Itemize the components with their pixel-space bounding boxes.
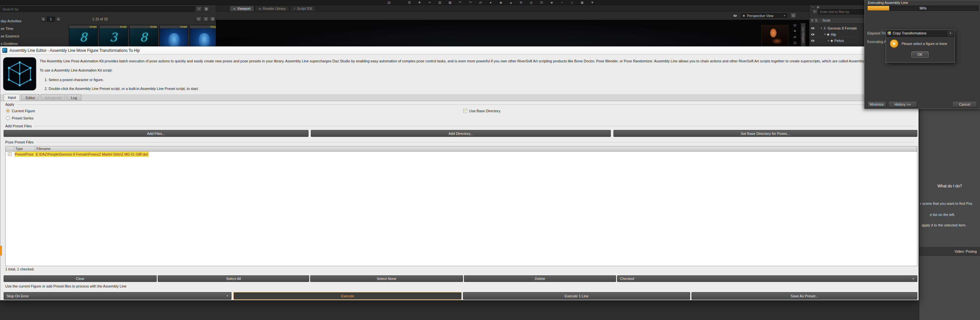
camera-selector-dropdown[interactable]: ▣ Perspective View ▼ bbox=[740, 13, 788, 19]
filter-funnel-icon[interactable]: ▼ bbox=[812, 9, 818, 14]
page-prev-button[interactable]: ◀ bbox=[41, 17, 46, 22]
toolbar-icon[interactable]: ▲ bbox=[509, 0, 513, 5]
save-as-preset-button[interactable]: Save As Preset... bbox=[692, 292, 917, 300]
toolbar-icon[interactable]: ↶ bbox=[458, 0, 462, 5]
use-base-directory-label[interactable]: Use Base Directory. bbox=[469, 109, 501, 113]
column-filename[interactable]: Filename bbox=[35, 146, 917, 151]
dialog-titlebar[interactable]: Copy Transformations × bbox=[886, 30, 955, 37]
toolbar-icon[interactable]: ↷ bbox=[468, 0, 473, 5]
scene-node-genesis-8-female[interactable]: ▾ ♙ Genesis 8 Female bbox=[810, 25, 869, 31]
scene-tree-header: V S Node bbox=[810, 18, 869, 24]
editor-titlebar[interactable]: Assembly Line Editor - Assembly Line Mov… bbox=[0, 46, 918, 54]
delete-button[interactable]: Delete bbox=[464, 275, 616, 282]
page-next-button[interactable]: ▶ bbox=[56, 17, 61, 22]
folder-item[interactable]: se Time bbox=[1, 25, 13, 32]
tab-render-library[interactable]: ▤ Render Library bbox=[255, 6, 289, 11]
node-label[interactable]: Pelvis bbox=[834, 39, 844, 43]
toolbar-icon[interactable]: ■ bbox=[549, 0, 554, 5]
add-files-button[interactable]: Add Files... bbox=[3, 130, 309, 137]
toolbar-icon[interactable]: ⊞ bbox=[407, 0, 412, 5]
add-directory-button[interactable]: Add Directory... bbox=[311, 130, 611, 137]
video-posing-link[interactable]: Video: Posing bbox=[920, 247, 980, 256]
radio-preset-series-label[interactable]: Preset Series bbox=[12, 116, 33, 120]
scene-view-icon[interactable]: ▦ bbox=[816, 5, 820, 9]
selected-row-highlight[interactable]: Preset/Pose E:\DAZ\People\Genesis 8 Fema… bbox=[15, 152, 149, 157]
clear-button[interactable]: Clear bbox=[3, 275, 157, 282]
dolly-camera-icon[interactable]: ⇄ bbox=[792, 34, 797, 39]
expand-arrow-icon[interactable]: ▸ bbox=[828, 39, 829, 42]
toolbar-icon[interactable] bbox=[397, 0, 401, 5]
radio-current-figure[interactable] bbox=[6, 109, 10, 113]
orbit-camera-icon[interactable]: ◎ bbox=[792, 22, 797, 27]
aux-viewport-side-tab[interactable]: Aux Viewport bbox=[801, 23, 806, 46]
library-search-input[interactable] bbox=[2, 7, 193, 11]
sort-view-button[interactable]: ▤ bbox=[196, 16, 202, 22]
table-row[interactable]: Preset/Pose E:\DAZ\People\Genesis 8 Fema… bbox=[6, 152, 917, 157]
toolbar-icon[interactable]: ⇄ bbox=[478, 0, 483, 5]
toolbar-icon[interactable]: ⊟ bbox=[539, 0, 544, 5]
expand-arrow-icon[interactable]: ▾ bbox=[824, 33, 826, 36]
row-checkbox[interactable] bbox=[8, 152, 11, 156]
library-search-box[interactable] bbox=[1, 6, 195, 12]
pose-preset-files-table[interactable]: Type Filename Preset/Pose E:\DAZ\People\… bbox=[5, 146, 917, 266]
toolbar-icon[interactable]: ▥ bbox=[438, 0, 442, 5]
page-number-field[interactable] bbox=[47, 17, 55, 22]
scene-filter-input[interactable] bbox=[820, 10, 862, 14]
tab-log[interactable]: Log bbox=[67, 94, 81, 101]
select-none-button[interactable]: Select None bbox=[310, 275, 463, 282]
visibility-eye-icon[interactable] bbox=[811, 39, 815, 43]
pane-options-icon[interactable]: ▤ bbox=[790, 13, 796, 19]
sort-view-button[interactable]: ◨ bbox=[210, 16, 215, 22]
visibility-eye-icon[interactable] bbox=[733, 14, 737, 18]
list-view-button[interactable]: ≡ bbox=[196, 6, 202, 12]
radio-current-figure-label[interactable]: Current Figure bbox=[12, 109, 35, 113]
execute-button[interactable]: Execute bbox=[234, 292, 461, 300]
node-label[interactable]: Hip bbox=[831, 32, 837, 37]
radio-preset-series[interactable] bbox=[6, 116, 10, 120]
progress-dialog-title: Executing Assembly Line bbox=[868, 1, 908, 5]
tab-script-ide[interactable]: ≡ Script IDE bbox=[290, 6, 316, 11]
tab-input[interactable]: Input bbox=[3, 94, 20, 101]
toolbar-icon[interactable]: ✚ bbox=[417, 0, 422, 5]
tab-viewport[interactable]: ▦ Viewport bbox=[229, 6, 254, 11]
folder-item[interactable]: se Essence bbox=[1, 32, 19, 40]
viewport-canvas[interactable] bbox=[216, 20, 809, 46]
expand-arrow-icon[interactable]: ▾ bbox=[821, 27, 822, 30]
cancel-button[interactable]: Cancel bbox=[952, 101, 977, 108]
minimize-button[interactable]: Minimize bbox=[867, 101, 886, 108]
toolbar-icon[interactable]: ✂ bbox=[428, 0, 432, 5]
pan-camera-icon[interactable]: + bbox=[792, 29, 797, 34]
history-button[interactable]: History >> bbox=[888, 101, 917, 108]
toolbar-icon[interactable]: ⚙ bbox=[519, 0, 523, 5]
scene-node-pelvis[interactable]: ▸ ◆ Pelvis bbox=[810, 37, 869, 44]
scene-filter-box[interactable] bbox=[818, 9, 864, 14]
checked-filter-dropdown[interactable]: Checked ▼ bbox=[617, 275, 917, 282]
toolbar-icon[interactable]: ▦ bbox=[448, 0, 452, 5]
scene-menu-icon[interactable]: ≡ bbox=[811, 5, 815, 9]
toolbar-icon[interactable]: ◇ bbox=[570, 0, 574, 5]
visibility-eye-icon[interactable] bbox=[811, 26, 815, 30]
set-base-directory-button[interactable]: Set Base Directory for Poses... bbox=[613, 130, 917, 137]
ok-button[interactable]: OK bbox=[912, 51, 929, 58]
select-all-button[interactable]: Select All bbox=[158, 275, 309, 282]
node-label[interactable]: Genesis 8 Female bbox=[827, 26, 857, 30]
tab-editor[interactable]: Editor bbox=[21, 94, 39, 101]
visibility-eye-icon[interactable] bbox=[811, 32, 815, 37]
sort-view-button[interactable]: ▥ bbox=[203, 16, 209, 22]
folder-item[interactable]: day Activities bbox=[1, 18, 22, 25]
execute-one-line-button[interactable]: Execute 1 Line bbox=[463, 292, 690, 300]
frame-camera-icon[interactable]: ⊡ bbox=[792, 40, 797, 45]
toolbar-icon[interactable]: ▼ bbox=[590, 0, 594, 5]
stop-on-error-dropdown[interactable]: Stop On Error ▼ bbox=[3, 292, 231, 300]
toolbar-icon[interactable]: ◆ bbox=[499, 0, 503, 5]
toolbar-icon[interactable]: ▣ bbox=[580, 0, 584, 5]
scene-node-hip[interactable]: ▾ ◆ Hip bbox=[810, 31, 869, 37]
toolbar-icon[interactable]: ▤ bbox=[387, 0, 391, 5]
toolbar-icon[interactable]: ○ bbox=[560, 0, 564, 5]
use-base-directory-checkbox[interactable] bbox=[463, 109, 467, 113]
grid-view-button[interactable]: ▦ bbox=[203, 6, 209, 12]
toolbar-icon[interactable]: ◎ bbox=[529, 0, 533, 5]
close-icon[interactable]: × bbox=[948, 31, 953, 36]
toolbar-icon[interactable]: ● bbox=[488, 0, 493, 5]
column-type[interactable]: Type bbox=[14, 146, 35, 151]
